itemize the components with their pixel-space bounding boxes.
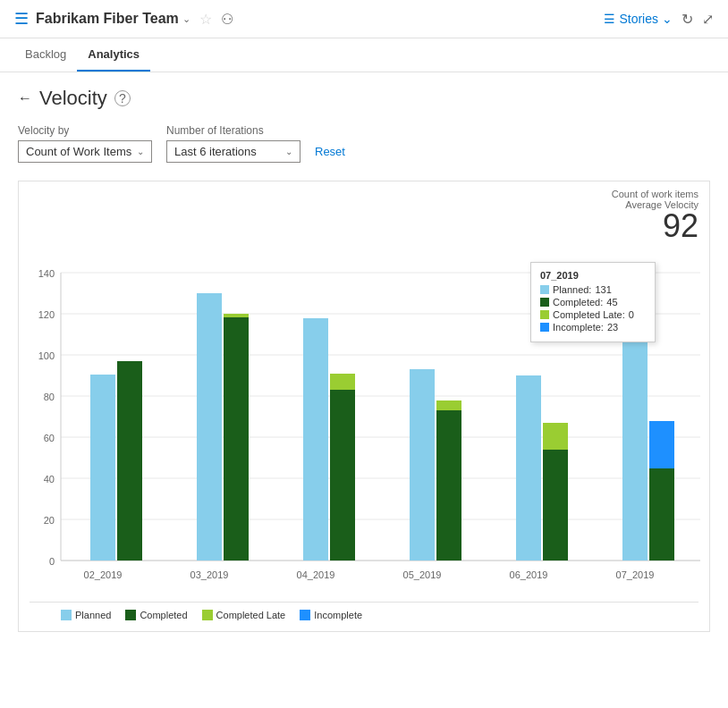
bar-05-completed-late (436, 400, 461, 410)
iterations-value: Last 6 iterations (174, 145, 257, 158)
tooltip-planned-value: 131 (595, 284, 611, 295)
header: ☰ Fabrikam Fiber Team ⌄ ☆ ⚇ ☰ Stories ⌄ … (0, 0, 728, 38)
favorite-icon[interactable]: ☆ (199, 11, 212, 28)
legend-incomplete: Incomplete (300, 610, 362, 620)
chart-meta-value: 92 (612, 210, 698, 242)
velocity-by-filter: Velocity by Count of Work Items ⌄ (18, 124, 152, 163)
velocity-by-value: Count of Work Items (26, 145, 131, 158)
filters-bar: Velocity by Count of Work Items ⌄ Number… (18, 124, 710, 163)
legend-completed: Completed (125, 610, 187, 620)
bar-03-completed (224, 316, 249, 560)
iterations-label: Number of Iterations (166, 124, 301, 137)
x-label-07: 07_2019 (616, 569, 655, 580)
bar-04-planned (303, 318, 328, 560)
chart-legend: Planned Completed Completed Late Incompl… (30, 602, 698, 620)
stories-button[interactable]: ☰ Stories ⌄ (604, 12, 673, 26)
svg-text:140: 140 (38, 268, 55, 279)
main-content: ← Velocity ? Velocity by Count of Work I… (0, 72, 728, 646)
chart-area: Count of work items Average Velocity 92 … (18, 181, 710, 632)
tooltip-completed-value: 45 (606, 297, 617, 308)
legend-completed-late-label: Completed Late (216, 610, 286, 620)
tooltip-incomplete-row: Incomplete: 23 (540, 322, 646, 333)
bar-06-completed-late (543, 423, 568, 450)
tooltip-completed-row: Completed: 45 (540, 297, 646, 308)
tooltip-completed-late-value: 0 (629, 309, 634, 320)
chart-meta-label1: Count of work items (612, 189, 698, 199)
team-chevron-icon[interactable]: ⌄ (182, 13, 190, 25)
bar-03-completed-late (224, 314, 249, 317)
reset-button[interactable]: Reset (315, 140, 345, 163)
team-members-icon[interactable]: ⚇ (221, 11, 233, 28)
tooltip-incomplete-label: Incomplete: (553, 322, 604, 333)
bar-07-completed (649, 468, 674, 560)
tooltip-planned-row: Planned: 131 (540, 284, 646, 295)
stories-label: Stories (619, 12, 658, 26)
tabs-bar: Backlog Analytics (0, 38, 728, 72)
tooltip-completed-color (540, 298, 549, 307)
bar-02-completed (117, 361, 142, 560)
bar-07-incomplete (649, 421, 674, 468)
tab-backlog[interactable]: Backlog (14, 38, 77, 72)
legend-planned-label: Planned (75, 610, 111, 620)
velocity-by-select[interactable]: Count of Work Items ⌄ (18, 140, 152, 163)
svg-text:80: 80 (44, 392, 55, 402)
tooltip-completed-label: Completed: (553, 297, 603, 308)
velocity-by-chevron-icon: ⌄ (137, 147, 144, 156)
page-title: Velocity (39, 87, 107, 110)
x-label-05: 05_2019 (403, 569, 442, 580)
velocity-by-label: Velocity by (18, 124, 152, 137)
tab-analytics[interactable]: Analytics (77, 38, 150, 72)
bar-04-completed-late (330, 374, 355, 390)
legend-planned-color (61, 610, 72, 620)
tooltip-incomplete-value: 23 (607, 322, 618, 333)
iterations-select[interactable]: Last 6 iterations ⌄ (166, 140, 301, 163)
back-button[interactable]: ← (18, 90, 32, 106)
iterations-chevron-icon: ⌄ (285, 147, 292, 156)
x-label-03: 03_2019 (190, 569, 229, 580)
page-header: ← Velocity ? (18, 87, 710, 110)
legend-completed-label: Completed (140, 610, 187, 620)
legend-planned: Planned (61, 610, 111, 620)
tooltip-completed-late-color (540, 310, 549, 319)
x-label-02: 02_2019 (84, 569, 123, 580)
svg-text:120: 120 (38, 309, 55, 320)
x-label-06: 06_2019 (510, 569, 548, 580)
tooltip-planned-color (540, 285, 549, 294)
expand-icon[interactable]: ⤢ (702, 11, 714, 28)
bar-03-planned (197, 293, 222, 560)
app-icon: ☰ (14, 9, 29, 29)
tooltip-sprint: 07_2019 (540, 270, 646, 281)
bar-02-planned (90, 375, 115, 560)
tooltip-incomplete-color (540, 323, 549, 332)
refresh-icon[interactable]: ↻ (681, 11, 693, 28)
help-icon[interactable]: ? (114, 90, 131, 106)
team-name: Fabrikam Fiber Team (36, 11, 179, 27)
legend-incomplete-label: Incomplete (314, 610, 362, 620)
svg-text:40: 40 (44, 474, 55, 485)
stories-chevron-icon: ⌄ (662, 12, 673, 26)
svg-text:60: 60 (44, 433, 55, 443)
tooltip-completed-late-row: Completed Late: 0 (540, 309, 646, 320)
tooltip-completed-late-label: Completed Late: (553, 309, 625, 320)
tooltip-planned-label: Planned: (553, 284, 591, 295)
legend-completed-late: Completed Late (202, 610, 286, 620)
svg-text:20: 20 (44, 515, 55, 526)
chart-tooltip: 07_2019 Planned: 131 Completed: 45 Compl… (530, 262, 656, 342)
bar-05-planned (410, 369, 435, 560)
x-label-04: 04_2019 (297, 569, 335, 580)
iterations-filter: Number of Iterations Last 6 iterations ⌄ (166, 124, 301, 163)
bar-06-completed (543, 450, 568, 560)
svg-text:0: 0 (49, 556, 55, 567)
legend-completed-color (125, 610, 136, 620)
svg-text:100: 100 (38, 350, 55, 361)
bar-05-completed (436, 410, 461, 560)
bar-06-planned (516, 375, 541, 560)
header-right: ☰ Stories ⌄ ↻ ⤢ (604, 11, 714, 28)
stories-icon: ☰ (604, 12, 615, 26)
legend-incomplete-color (300, 610, 310, 620)
bar-04-completed (330, 390, 355, 560)
chart-meta: Count of work items Average Velocity 92 (612, 189, 698, 242)
legend-completed-late-color (202, 610, 213, 620)
